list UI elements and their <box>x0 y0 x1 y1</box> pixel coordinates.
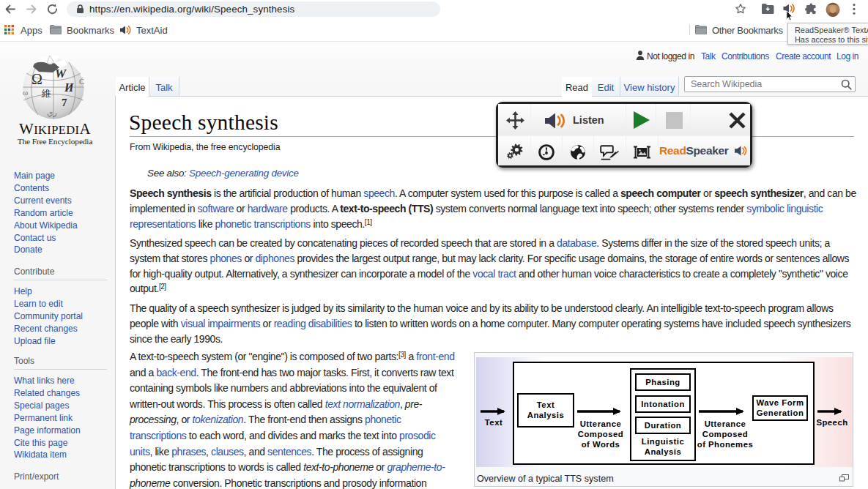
svg-text:ري: ري <box>47 108 57 117</box>
svg-text:Ω: Ω <box>31 71 42 87</box>
svg-text:Duration: Duration <box>645 421 681 430</box>
svg-text:Speech: Speech <box>816 418 847 427</box>
svg-text:of Words: of Words <box>582 440 620 449</box>
svg-text:Ć: Ć <box>79 77 84 86</box>
svg-text:Intonation: Intonation <box>641 400 685 408</box>
svg-text:Composed: Composed <box>702 430 748 438</box>
svg-text:W: W <box>55 67 67 81</box>
svg-text:Generation: Generation <box>757 408 804 417</box>
svg-text:of Phonemes: of Phonemes <box>697 440 753 449</box>
svg-text:Text: Text <box>537 400 554 409</box>
svg-text:Composed: Composed <box>578 430 623 438</box>
svg-text:Phasing: Phasing <box>645 378 680 387</box>
svg-text:Text: Text <box>485 418 502 427</box>
svg-text:Utterance: Utterance <box>705 419 746 428</box>
svg-text:ω: ω <box>23 88 28 97</box>
svg-text:Linguistic: Linguistic <box>642 437 684 446</box>
svg-text:Analysis: Analysis <box>527 411 564 419</box>
svg-text:Utterance: Utterance <box>580 419 622 428</box>
svg-text:維: 維 <box>41 88 51 99</box>
svg-text:7: 7 <box>62 97 67 108</box>
svg-text:Wave Form: Wave Form <box>757 398 804 407</box>
svg-text:Analysis: Analysis <box>645 447 681 456</box>
svg-text:И: И <box>64 81 74 94</box>
